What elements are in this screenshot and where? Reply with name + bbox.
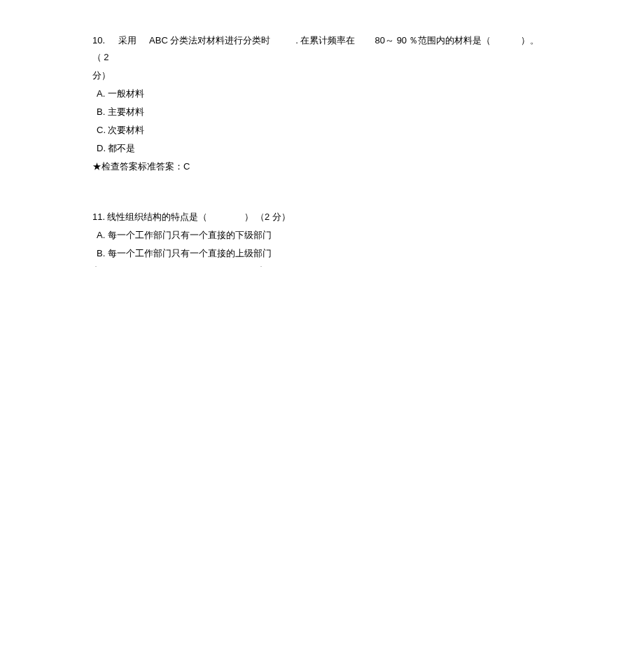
q10-option-b: B. 主要材料 <box>92 104 552 120</box>
option-text: 主要材料 <box>108 106 144 117</box>
option-text: 一般材料 <box>108 88 144 99</box>
q11-option-a: A. 每一个工作部门只有一个直接的下级部门 <box>92 227 552 244</box>
q10-line1: 10. 采用 ABC 分类法对材料进行分类时 . 在累计频率在 80～ 90 ％… <box>92 32 552 66</box>
q10-text-pre: 采用 <box>118 35 136 46</box>
footer-dot-right: . <box>260 262 262 268</box>
q10-text-mid1: 分类法对材料进行分类时 <box>170 35 270 46</box>
q11-text: 线性组织结构的特点是（ <box>107 212 207 222</box>
q11-block: 11. 线性组织结构的特点是（ ） （2 分） A. 每一个工作部门只有一个直接… <box>92 209 552 262</box>
option-letter: A. <box>97 88 105 99</box>
answer-value: C <box>183 161 190 172</box>
option-letter: B. <box>97 106 105 117</box>
q10-text-after: ％范围内的材料是（ <box>409 35 491 46</box>
q11-paren-close: ） <box>244 212 253 222</box>
q10-option-c: C. 次要材料 <box>92 122 552 139</box>
option-letter: A. <box>97 230 105 240</box>
q10-points-close: 分） <box>92 70 111 81</box>
q10-points-line: 分） <box>92 67 552 84</box>
q11-points-close: 分） <box>272 212 290 222</box>
q10-answer: ★检查答案标准答案：C <box>92 158 552 175</box>
option-letter: D. <box>97 143 106 153</box>
option-letter: B. <box>97 248 105 258</box>
option-letter: C. <box>97 125 106 135</box>
q10-number: 10. <box>92 35 105 46</box>
q11-option-b: B. 每一个工作部门只有一个直接的上级部门 <box>92 245 552 262</box>
q11-line1: 11. 线性组织结构的特点是（ ） （2 分） <box>92 209 552 226</box>
q11-points-num: 2 <box>265 212 270 222</box>
option-text: 都不是 <box>108 143 135 153</box>
q10-points-num: 2 <box>104 52 108 62</box>
q11-points-open: （ <box>255 212 265 222</box>
document-content: 10. 采用 ABC 分类法对材料进行分类时 . 在累计频率在 80～ 90 ％… <box>0 0 644 263</box>
q10-abc: ABC <box>149 35 168 46</box>
footer-dot-left: . <box>95 262 97 268</box>
q10-text-mid2: . 在累计频率在 <box>296 35 356 46</box>
option-text: 每一个工作部门只有一个直接的下级部门 <box>108 230 272 240</box>
option-text: 次要材料 <box>108 125 144 135</box>
q10-option-a: A. 一般材料 <box>92 85 552 102</box>
q10-paren-close: ）。 <box>521 35 539 46</box>
q10-option-d: D. 都不是 <box>92 140 552 157</box>
answer-label: ★检查答案标准答案： <box>92 161 183 172</box>
q10-range: 80～ 90 <box>375 35 407 46</box>
option-text: 每一个工作部门只有一个直接的上级部门 <box>108 248 272 258</box>
q10-points-open: （ <box>92 52 102 62</box>
q11-number: 11. <box>92 212 105 222</box>
